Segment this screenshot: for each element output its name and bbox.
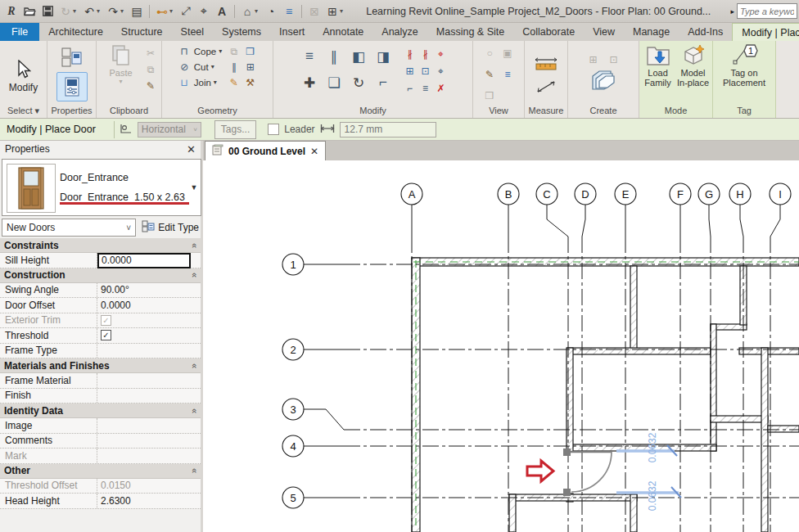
cope-button[interactable]: ⊓ Cope ▾ bbox=[178, 43, 223, 59]
leader-checkbox[interactable] bbox=[268, 124, 279, 135]
tag-by-category-icon[interactable]: ⌖ bbox=[196, 3, 212, 20]
paint-icon[interactable]: ❒ bbox=[243, 45, 257, 58]
tags-button[interactable]: Tags... bbox=[214, 120, 256, 139]
orientation-select[interactable]: Horizontal˅ bbox=[138, 122, 201, 138]
delete-icon[interactable]: ✗ bbox=[434, 82, 448, 95]
tab-massing-site[interactable]: Massing & Site bbox=[427, 23, 513, 41]
grid-bubble-5[interactable]: 5 bbox=[282, 487, 304, 508]
trim-extend-multiple-icon[interactable]: ≡ bbox=[418, 82, 432, 95]
grid-bubble-3[interactable]: 3 bbox=[282, 399, 304, 420]
tab-view[interactable]: View bbox=[584, 23, 624, 41]
grid-bubble-G[interactable]: G bbox=[698, 183, 720, 205]
panel-label-create[interactable]: Create bbox=[568, 106, 639, 118]
tab-analyze[interactable]: Analyze bbox=[372, 23, 427, 41]
search-expand-icon[interactable]: ▸ bbox=[730, 7, 734, 16]
mirror-draw-axis-icon[interactable]: ◨ bbox=[373, 47, 393, 65]
property-group-constraints[interactable]: Constraints« bbox=[0, 238, 201, 253]
property-value[interactable]: 2.6300 bbox=[97, 494, 201, 508]
panel-label-mode[interactable]: Mode bbox=[639, 106, 712, 118]
measure-icon[interactable]: ⊷ bbox=[154, 3, 170, 20]
property-value-input-selected[interactable]: 0.0000 bbox=[97, 253, 191, 268]
save-icon[interactable] bbox=[39, 3, 56, 20]
split-with-gap-icon[interactable]: ∦ bbox=[418, 47, 432, 61]
type-selector[interactable]: Door_Entrance Door_Entrance_1.50 x 2.63 … bbox=[2, 159, 201, 216]
plan-view[interactable]: 0.06320.0632 ABCDEFGHI12345 bbox=[203, 160, 799, 532]
property-value[interactable] bbox=[97, 434, 201, 449]
panel-label-modify[interactable]: Modify bbox=[273, 106, 472, 118]
grid-bubble-D[interactable]: D bbox=[575, 183, 596, 205]
sync-dropdown-icon[interactable]: ▾ bbox=[73, 7, 79, 15]
panel-label-properties[interactable]: Properties bbox=[47, 106, 96, 118]
type-properties-icon[interactable] bbox=[61, 47, 83, 70]
property-value[interactable] bbox=[97, 418, 201, 433]
panel-label-measure[interactable]: Measure bbox=[525, 106, 567, 118]
render-camera-icon[interactable]: ▣ bbox=[501, 47, 515, 60]
panel-label-select[interactable]: Select ▾ bbox=[0, 106, 47, 118]
property-group-construction[interactable]: Construction« bbox=[0, 268, 201, 283]
open-icon[interactable] bbox=[21, 3, 38, 20]
collapse-chevron-icon[interactable]: « bbox=[190, 408, 200, 413]
view-lighting-icon[interactable]: ○ bbox=[483, 47, 497, 60]
redo-icon[interactable]: ↷ bbox=[105, 3, 121, 20]
grid-bubble-F[interactable]: F bbox=[670, 183, 691, 205]
scale-icon[interactable]: ⊡ bbox=[418, 65, 432, 78]
hide-lines-icon[interactable]: ≡ bbox=[501, 68, 515, 81]
unjoin-icon[interactable]: ⊞ bbox=[243, 61, 257, 74]
properties-close-icon[interactable]: ✕ bbox=[187, 143, 196, 156]
load-family-button[interactable]: Load Family bbox=[642, 43, 674, 88]
leader-offset-field[interactable]: 12.7 mm bbox=[340, 122, 436, 138]
collapse-chevron-icon[interactable]: « bbox=[190, 242, 200, 247]
panel-label-view[interactable]: View bbox=[473, 106, 524, 118]
measure-dropdown-icon[interactable]: ▾ bbox=[169, 7, 176, 15]
copy-to-clipboard-icon[interactable]: ⧉ bbox=[144, 63, 158, 76]
cutaway-box-icon[interactable]: ❒ bbox=[483, 89, 497, 102]
collapse-chevron-icon[interactable]: « bbox=[190, 273, 200, 277]
tab-systems[interactable]: Systems bbox=[213, 23, 270, 41]
grid-bubble-H[interactable]: H bbox=[729, 183, 751, 205]
move-icon[interactable]: ✚ bbox=[300, 74, 319, 92]
grid-bubble-I[interactable]: I bbox=[770, 183, 791, 205]
create-similar-icon[interactable] bbox=[589, 68, 617, 95]
edit-type-button[interactable]: Edit Type bbox=[139, 219, 201, 237]
property-group-other[interactable]: Other« bbox=[0, 464, 201, 479]
grid-bubble-A[interactable]: A bbox=[401, 183, 422, 205]
property-group-materials-and-finishes[interactable]: Materials and Finishes« bbox=[0, 358, 201, 373]
default-3d-view-icon[interactable]: ⌂ bbox=[239, 3, 255, 20]
create-group-icon[interactable]: ⊞ bbox=[586, 53, 600, 66]
temp-dimension-value[interactable]: 0.0632 bbox=[647, 480, 658, 511]
aligned-dimension-icon[interactable]: ⤢ bbox=[178, 3, 194, 20]
view-3d-dropdown-icon[interactable]: ▾ bbox=[255, 7, 261, 15]
match-type-properties-icon[interactable]: ✎ bbox=[144, 79, 158, 92]
print-icon[interactable]: ▤ bbox=[129, 3, 145, 20]
paste-dropdown-icon[interactable]: ▾ bbox=[119, 78, 122, 85]
cut-button[interactable]: ⊘ Cut ▾ bbox=[178, 59, 223, 74]
collapse-chevron-icon[interactable]: « bbox=[190, 363, 200, 367]
search-input[interactable] bbox=[737, 3, 797, 19]
section-icon[interactable]: ◔ bbox=[263, 3, 279, 20]
properties-palette-button[interactable] bbox=[56, 72, 88, 101]
grid-bubble-1[interactable]: 1 bbox=[282, 254, 304, 275]
modify-cursor-icon[interactable] bbox=[16, 60, 31, 82]
measure-ruler-icon[interactable] bbox=[535, 57, 557, 73]
grid-bubble-E[interactable]: E bbox=[615, 183, 636, 205]
tab-add-ins[interactable]: Add-Ins bbox=[679, 23, 732, 41]
tab-file[interactable]: File bbox=[0, 23, 39, 41]
split-element-icon[interactable]: ∦ bbox=[403, 47, 417, 61]
grid-bubble-4[interactable]: 4 bbox=[282, 435, 304, 457]
temp-dimension-value[interactable]: 0.0632 bbox=[647, 432, 658, 462]
thin-lines-icon[interactable]: ≡ bbox=[281, 3, 297, 20]
properties-filter-select[interactable]: New Doors˅ bbox=[2, 219, 136, 237]
grid-bubble-2[interactable]: 2 bbox=[282, 339, 304, 360]
property-group-identity-data[interactable]: Identity Data« bbox=[0, 404, 201, 418]
tab-manage[interactable]: Manage bbox=[624, 23, 679, 41]
view-tab-close-icon[interactable]: ✕ bbox=[310, 146, 318, 157]
tab-modify-place-door[interactable]: Modify | Place Door bbox=[732, 23, 799, 41]
tab-steel[interactable]: Steel bbox=[172, 23, 214, 41]
tab-architecture[interactable]: Architecture bbox=[39, 23, 112, 41]
apply-coping-icon[interactable]: ⧉ bbox=[227, 45, 241, 58]
property-value[interactable]: ✓ bbox=[97, 328, 201, 343]
measure-between-refs-icon[interactable] bbox=[535, 79, 557, 97]
mirror-pick-axis-icon[interactable]: ◧ bbox=[349, 47, 368, 65]
panel-label-geometry[interactable]: Geometry bbox=[162, 106, 273, 118]
view-tab-ground-level[interactable]: 00 Ground Level ✕ bbox=[205, 141, 326, 160]
